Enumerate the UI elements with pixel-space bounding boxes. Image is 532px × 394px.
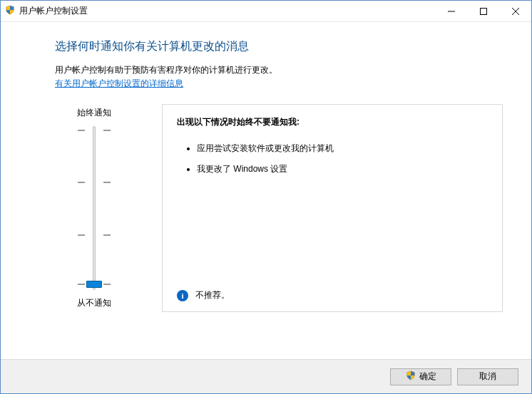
recommendation-text: 不推荐。 [195,289,230,301]
ok-label: 确定 [419,370,436,383]
info-icon: i [177,290,188,301]
svg-rect-1 [480,8,486,14]
bullet-item: 我更改了 Windows 设置 [197,159,488,180]
cancel-button[interactable]: 取消 [457,368,518,385]
slider-track[interactable] [76,126,112,290]
maximize-button[interactable] [467,1,499,21]
notification-slider: 始终通知 从不通知 [55,104,133,312]
window-controls [435,1,531,21]
panel-bullets: 应用尝试安装软件或更改我的计算机 我更改了 Windows 设置 [177,138,488,180]
shield-icon [5,5,15,17]
titlebar: 用户帐户控制设置 [1,1,531,22]
settings-row: 始终通知 从不通知 出现以下情况时始终不要通知我: 应用尝试安装软件或更改我的计… [55,104,503,312]
page-heading: 选择何时通知你有关计算机更改的消息 [55,39,503,54]
slider-bottom-label: 从不通知 [77,297,111,309]
dialog-footer: 确定 取消 [1,359,531,393]
description-panel: 出现以下情况时始终不要通知我: 应用尝试安装软件或更改我的计算机 我更改了 Wi… [162,104,503,312]
bullet-item: 应用尝试安装软件或更改我的计算机 [197,138,488,159]
learn-more-link[interactable]: 有关用户帐户控制设置的详细信息 [55,78,183,90]
recommendation-row: i 不推荐。 [177,282,488,301]
uac-settings-window: 用户帐户控制设置 选择何时通知你有关计算机更改的消息 用户帐户控制有助于预防有害… [0,0,532,394]
slider-thumb[interactable] [86,281,102,288]
slider-top-label: 始终通知 [77,107,111,119]
shield-icon [406,370,416,383]
minimize-button[interactable] [435,1,467,21]
ok-button[interactable]: 确定 [390,368,451,385]
content-area: 选择何时通知你有关计算机更改的消息 用户帐户控制有助于预防有害程序对你的计算机进… [1,22,531,359]
window-title: 用户帐户控制设置 [19,5,88,17]
page-description: 用户帐户控制有助于预防有害程序对你的计算机进行更改。 [55,64,503,76]
panel-heading: 出现以下情况时始终不要通知我: [177,116,488,128]
close-button[interactable] [499,1,531,21]
cancel-label: 取消 [479,370,496,383]
